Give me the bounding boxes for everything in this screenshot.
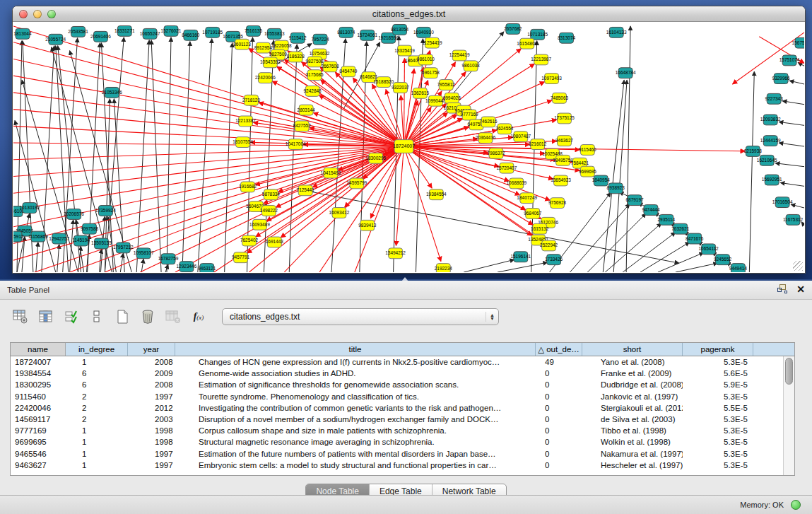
cell-name[interactable]: 9465546 — [11, 448, 66, 460]
graph-node[interactable]: 20206576 — [64, 209, 84, 220]
column-header-pagerank[interactable]: pagerank — [683, 343, 753, 356]
graph-node[interactable]: 3624554 — [495, 124, 514, 134]
cell-name[interactable]: 9115460 — [11, 391, 66, 402]
cell-short[interactable]: Yano et al. (2008) — [582, 356, 683, 368]
graph-node[interactable]: 8466160 — [182, 30, 200, 40]
graph-node[interactable]: 11675312 — [783, 214, 804, 225]
cell-year[interactable]: 2003 — [128, 414, 175, 425]
cell-in_degree[interactable]: 2 — [66, 402, 128, 414]
graph-node[interactable]: 9861010 — [417, 54, 435, 65]
cell-title[interactable]: Genome-wide association studies in ADHD. — [175, 368, 536, 379]
cell-out_de[interactable]: 0 — [536, 436, 582, 448]
graph-node[interactable]: 9474444 — [642, 205, 660, 216]
cell-short[interactable]: de Silva et al. (2003) — [582, 414, 683, 425]
graph-node[interactable]: 2803144 — [298, 105, 316, 115]
cell-name[interactable]: 18724007 — [11, 356, 66, 368]
graph-node[interactable]: 9839413 — [358, 220, 377, 230]
graph-node[interactable]: 10655247 — [140, 28, 160, 39]
table-row[interactable]: 977716911998Corpus callosum shape and si… — [11, 425, 783, 436]
graph-node[interactable]: 12213987 — [531, 54, 551, 65]
table-body[interactable]: 1872400712008Changes of HCN gene express… — [11, 356, 783, 475]
float-panel-icon[interactable] — [777, 284, 788, 294]
cell-short[interactable]: Tibbo et al. (1998) — [582, 425, 683, 436]
cell-title[interactable]: Corpus callosum shape and size in male p… — [175, 425, 536, 436]
cell-name[interactable]: 19384554 — [11, 368, 66, 379]
graph-node[interactable]: 7485063 — [551, 93, 569, 103]
graph-node[interactable]: 12444159 — [760, 136, 781, 146]
graph-node[interactable]: 20364436 — [476, 133, 496, 144]
graph-node[interactable]: 9861038 — [462, 61, 481, 71]
table-header[interactable]: namein_degreeyeartitle△ out_de…shortpage… — [11, 343, 794, 356]
cell-year[interactable]: 2008 — [128, 379, 175, 390]
graph-node[interactable]: 8813054 — [391, 24, 409, 35]
cell-year[interactable]: 1998 — [128, 425, 175, 436]
table-select-dropdown[interactable]: citations_edges.txt ▲▼ — [222, 308, 499, 325]
graph-node[interactable]: 10553813 — [264, 28, 285, 39]
graph-node[interactable]: 1498222 — [260, 206, 278, 216]
graph-node[interactable]: 13325419 — [394, 45, 415, 56]
table-row[interactable]: 1872400712008Changes of HCN gene express… — [11, 356, 783, 368]
column-header-out_de[interactable]: △ out_de… — [536, 343, 582, 356]
cell-pagerank[interactable]: 5.9E-5 — [683, 379, 753, 390]
table-mode-icon[interactable] — [86, 306, 107, 327]
graph-node[interactable]: 5878334 — [262, 189, 281, 200]
table-row[interactable]: 1456911722003Disruption of a novel membe… — [11, 414, 783, 425]
graph-node[interactable]: 16648784 — [616, 68, 636, 78]
cell-in_degree[interactable]: 1 — [66, 436, 128, 448]
graph-node[interactable]: 15276021 — [161, 25, 182, 36]
cell-pagerank[interactable]: 5.3E-5 — [683, 414, 753, 425]
cell-year[interactable]: 1997 — [128, 391, 175, 402]
cell-short[interactable]: Jankovic et al. (1997) — [582, 391, 683, 402]
graph-node[interactable]: 7986372 — [487, 148, 505, 158]
graph-node[interactable]: 17375125 — [554, 113, 575, 124]
create-table-icon[interactable] — [112, 306, 133, 327]
graph-hub-node[interactable]: 18724007 — [393, 140, 415, 153]
cell-name[interactable]: 9463627 — [11, 460, 66, 471]
graph-node[interactable]: 15675139 — [792, 37, 804, 48]
graph-node[interactable]: 9322037 — [392, 83, 410, 93]
graph-node[interactable]: 9115412 — [289, 33, 307, 43]
graph-node[interactable]: 16940910 — [413, 27, 434, 37]
graph-node[interactable]: 7632621 — [671, 223, 690, 234]
graph-node[interactable]: 1145194 — [72, 235, 90, 246]
graph-node[interactable]: 12213387 — [235, 116, 256, 127]
cell-pagerank[interactable]: 5.3E-5 — [683, 425, 753, 436]
graph-node[interactable]: 16104133 — [606, 27, 627, 37]
graph-node[interactable]: 15196141 — [510, 252, 531, 262]
graph-node[interactable]: 2935114 — [658, 214, 676, 225]
cell-out_de[interactable]: 0 — [536, 402, 582, 414]
cell-year[interactable]: 1997 — [128, 460, 175, 471]
graph-node[interactable]: 9097588 — [81, 223, 99, 234]
column-header-title[interactable]: title — [175, 343, 536, 356]
graph-node[interactable]: 2657682 — [504, 23, 522, 34]
column-header-name[interactable]: name — [11, 343, 66, 356]
graph-node[interactable]: 9463121 — [198, 264, 216, 272]
graph-node[interactable]: 8454749 — [339, 66, 358, 77]
table-row[interactable]: 1830029562008Estimation of significance … — [11, 379, 783, 390]
column-header-in_degree[interactable]: in_degree — [66, 343, 128, 356]
graph-node[interactable]: 11254419 — [422, 37, 442, 48]
cell-pagerank[interactable]: 5.6E-5 — [683, 368, 753, 379]
cell-pagerank[interactable]: 5.3E-5 — [683, 391, 753, 402]
graph-node[interactable]: 2522942 — [540, 240, 558, 251]
graph-node[interactable]: 15720407 — [497, 163, 517, 173]
cell-year[interactable]: 2008 — [128, 356, 175, 368]
cell-title[interactable]: Tourette syndrome. Phenomenology and cla… — [175, 391, 536, 402]
column-checklist-icon[interactable] — [61, 306, 82, 327]
graph-node[interactable]: 9329966 — [772, 74, 791, 84]
graph-node[interactable]: 20533581 — [68, 26, 88, 37]
graph-node[interactable]: 9777169 — [461, 110, 479, 120]
cell-short[interactable]: Dudbridge et al. (2008) — [582, 379, 683, 390]
cell-name[interactable]: 22420046 — [11, 402, 66, 414]
cell-short[interactable]: Nakamura et al. (1997) — [582, 448, 683, 460]
column-header-year[interactable]: year — [128, 343, 175, 356]
graph-node[interactable]: 15751074 — [779, 55, 800, 66]
cell-in_degree[interactable]: 2 — [66, 414, 128, 425]
cell-in_degree[interactable]: 6 — [66, 379, 128, 390]
cell-name[interactable]: 9777169 — [11, 425, 66, 436]
cell-title[interactable]: Estimation of the future numbers of pati… — [175, 448, 536, 460]
graph-node[interactable]: 10973493 — [541, 74, 562, 84]
table-row[interactable]: 946362711997Embryonic stem cells: a mode… — [11, 460, 783, 471]
function-builder-icon[interactable]: f(x) — [188, 306, 209, 327]
cell-title[interactable]: Disruption of a novel member of a sodium… — [175, 414, 536, 425]
